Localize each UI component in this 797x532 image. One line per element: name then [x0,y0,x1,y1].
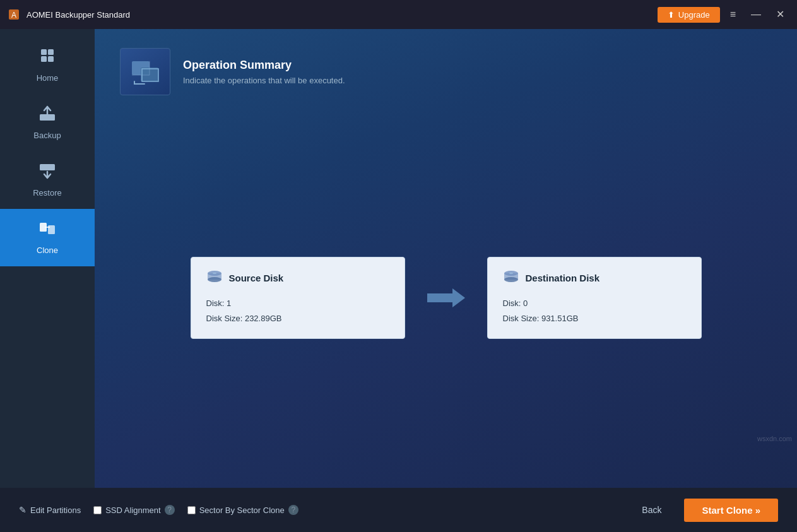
arrow-container [424,282,468,314]
ssd-alignment-option[interactable]: SSD Alignment ? [93,505,174,515]
destination-disk-icon [503,270,519,286]
header-text: Operation Summary Indicate the operation… [183,59,345,85]
backup-icon [38,105,56,126]
svg-rect-5 [48,56,54,62]
content-area: Operation Summary Indicate the operation… [95,29,797,488]
upgrade-label: Upgrade [678,10,710,20]
svg-text:A: A [11,11,16,20]
start-clone-button[interactable]: Start Clone » [684,499,778,522]
ssd-alignment-checkbox[interactable] [93,506,102,514]
edit-icon: ✎ [19,505,27,515]
close-button[interactable]: ✕ [771,7,789,22]
sector-clone-checkbox[interactable] [187,506,196,514]
destination-disk-number: Disk: 0 [503,296,686,310]
arrow-right-icon [424,282,468,314]
watermark: wsxdn.com [757,435,792,442]
sector-clone-option[interactable]: Sector By Sector Clone ? [187,505,298,515]
content-header: Operation Summary Indicate the operation… [95,29,797,108]
destination-disk-title: Destination Disk [503,270,686,286]
minimize-button[interactable]: — [746,7,766,22]
source-disk-label: Source Disk [229,273,284,283]
svg-rect-7 [40,164,55,170]
upgrade-icon: ⬆ [668,10,675,20]
ssd-alignment-label: SSD Alignment [105,505,160,515]
header-title: Operation Summary [183,59,345,72]
svg-point-15 [213,273,216,274]
sidebar-home-label: Home [37,73,59,83]
svg-rect-6 [40,114,55,121]
clone-icon [38,220,56,240]
footer-options: ✎ Edit Partitions SSD Alignment ? Sector… [19,505,298,515]
home-icon [38,47,56,68]
source-disk-number: Disk: 1 [206,296,389,310]
restore-icon [38,163,56,183]
source-disk-icon [206,270,223,286]
svg-rect-9 [48,225,55,234]
footer: ✎ Edit Partitions SSD Alignment ? Sector… [0,488,797,532]
main-layout: Home Backup Restore [0,29,797,488]
clone-diagram: Source Disk Disk: 1 Disk Size: 232.89GB [95,108,797,488]
svg-rect-4 [41,56,47,62]
svg-point-19 [509,273,513,274]
source-disk-info: Disk: 1 Disk Size: 232.89GB [206,296,389,326]
sidebar-item-clone[interactable]: Clone [0,209,95,266]
edit-partitions-label: Edit Partitions [30,505,81,515]
destination-disk-card: Destination Disk Disk: 0 Disk Size: 931.… [487,257,702,339]
back-button[interactable]: Back [632,500,671,520]
svg-rect-3 [48,49,54,55]
sidebar-clone-label: Clone [37,245,58,255]
app-title: AOMEI Backupper Standard [27,10,130,20]
header-subtitle: Indicate the operations that will be exe… [183,76,345,85]
destination-disk-size: Disk Size: 931.51GB [503,311,686,326]
ssd-help-icon[interactable]: ? [165,505,175,515]
header-icon-box [120,48,170,95]
source-disk-title: Source Disk [206,270,389,286]
titlebar: A AOMEI Backupper Standard ⬆ Upgrade ≡ —… [0,0,797,29]
sidebar-restore-label: Restore [33,188,62,198]
footer-actions: Back Start Clone » [632,499,778,522]
titlebar-left: A AOMEI Backupper Standard [8,8,130,21]
app-icon: A [8,8,20,21]
upgrade-button[interactable]: ⬆ Upgrade [658,7,720,23]
svg-rect-2 [41,49,47,55]
sidebar-item-restore[interactable]: Restore [0,151,95,209]
sidebar-item-home[interactable]: Home [0,35,95,94]
sidebar-backup-label: Backup [33,131,61,140]
edit-partitions-option[interactable]: ✎ Edit Partitions [19,505,81,515]
operation-icon [129,56,161,88]
titlebar-controls: ⬆ Upgrade ≡ — ✕ [658,7,789,23]
sidebar-item-backup[interactable]: Backup [0,94,95,151]
svg-point-18 [504,277,518,282]
sector-help-icon[interactable]: ? [288,505,298,515]
sidebar: Home Backup Restore [0,29,95,488]
destination-disk-label: Destination Disk [526,273,600,283]
destination-disk-info: Disk: 0 Disk Size: 931.51GB [503,296,686,326]
menu-button[interactable]: ≡ [725,7,741,22]
source-disk-card: Source Disk Disk: 1 Disk Size: 232.89GB [191,257,405,339]
source-disk-size: Disk Size: 232.89GB [206,311,389,326]
sector-clone-label: Sector By Sector Clone [199,505,285,515]
svg-point-14 [208,277,221,282]
